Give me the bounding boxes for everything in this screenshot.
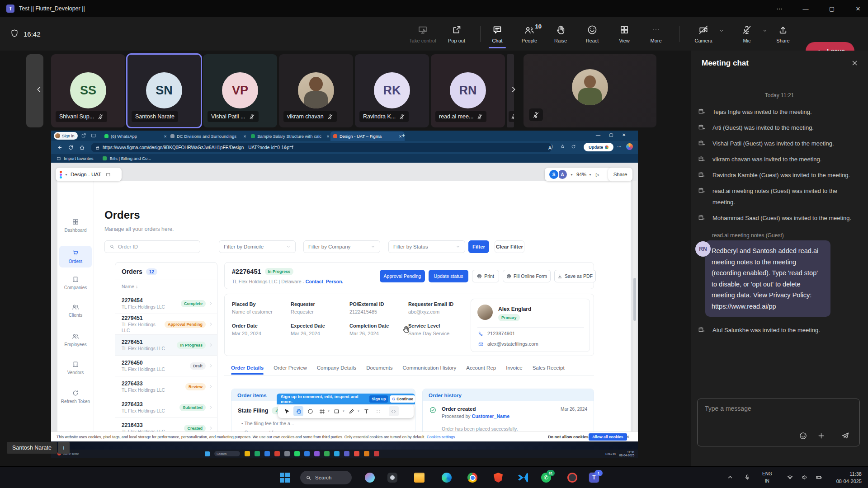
dev-mode-icon[interactable]: [389, 406, 399, 416]
clear-filter-button[interactable]: Clear Filter: [495, 240, 524, 253]
chevron-right-icon[interactable]: [208, 426, 213, 431]
read-aloud-icon[interactable]: A): [548, 144, 552, 150]
copilot-icon[interactable]: [364, 472, 375, 483]
present-icon[interactable]: ▷: [596, 172, 599, 177]
toolbar-mic-button[interactable]: Mic: [730, 17, 764, 51]
tab-account-rep[interactable]: Account Rep: [466, 365, 496, 371]
scrollbar[interactable]: [633, 181, 637, 432]
decline-cookies-button[interactable]: Do not allow cookies: [548, 435, 589, 439]
browser-menu-icon[interactable]: ⋯: [617, 144, 622, 149]
browser-account-avatar[interactable]: [626, 143, 633, 150]
fill-online-form-button[interactable]: Fill Online Form: [503, 270, 551, 282]
teams-icon[interactable]: T1: [589, 472, 599, 483]
window-more-icon[interactable]: ⋯: [770, 0, 788, 17]
mini-app-icon[interactable]: [324, 451, 330, 456]
tab-close-icon[interactable]: ✕: [326, 134, 330, 139]
app-dark-icon[interactable]: [387, 472, 398, 483]
browser-maximize-icon[interactable]: ▢: [609, 132, 613, 137]
browser-tab[interactable]: Sample Salary Structure with calc✕: [248, 131, 332, 141]
tab-invoice[interactable]: Invoice: [506, 365, 522, 371]
order-row[interactable]: 2279454TL Flex Holdings LLCComplete: [115, 293, 217, 314]
tab-order-details[interactable]: Order Details: [231, 365, 264, 371]
browser-alt-icon[interactable]: [567, 472, 578, 483]
mini-app-icon[interactable]: [314, 451, 320, 456]
brave-icon[interactable]: [493, 472, 504, 483]
order-row[interactable]: 2276451TL Flex Holdings LLCIn Progress: [115, 334, 217, 355]
vscode-icon[interactable]: [518, 472, 528, 483]
browser-profile-button[interactable]: Sign in: [54, 132, 78, 140]
mini-app-icon[interactable]: [255, 451, 260, 456]
pen-tool-icon[interactable]: [347, 406, 357, 416]
chevron-right-icon[interactable]: [208, 301, 213, 306]
chrome-icon[interactable]: [467, 472, 478, 483]
tab-actions-icon[interactable]: [91, 133, 96, 138]
sidebar-item-employees[interactable]: Employees: [59, 333, 92, 347]
attach-plus-icon[interactable]: [817, 432, 825, 440]
mini-app-icon[interactable]: [354, 451, 359, 456]
pin-add-icon[interactable]: +: [58, 442, 70, 454]
toolbar-people[interactable]: 10People: [513, 17, 546, 51]
tray-language[interactable]: ENGIN: [762, 470, 772, 485]
participant-tile[interactable]: VPVishal Patil ...: [203, 54, 277, 127]
tab-sales-receipt[interactable]: Sales Receipt: [533, 365, 565, 371]
whatsapp-icon[interactable]: ✆81: [541, 472, 552, 483]
toolbar-react[interactable]: React: [576, 17, 609, 51]
chat-message-input[interactable]: Type a message: [697, 399, 860, 446]
figma-doc-title[interactable]: Design - UAT: [71, 172, 101, 177]
list-column-header[interactable]: Name ↓: [115, 280, 217, 293]
mini-search-pill[interactable]: Search: [214, 451, 240, 456]
mini-app-icon[interactable]: [284, 451, 290, 456]
browser-close-icon[interactable]: ✕: [622, 132, 626, 137]
contact-phone[interactable]: 2123874901: [487, 331, 515, 336]
contact-email[interactable]: alex@vstatefilings.com: [487, 341, 538, 347]
toolbar-more[interactable]: More: [639, 17, 673, 51]
tab-close-icon[interactable]: ✕: [399, 134, 402, 139]
browser-tab[interactable]: Design - UAT – Figma✕: [330, 131, 405, 141]
mini-app-icon[interactable]: [304, 451, 310, 456]
chevron-right-icon[interactable]: [208, 343, 213, 347]
order-row[interactable]: 2276450TL Flex Holdings LLCDraft: [115, 355, 217, 376]
contact-person-link[interactable]: Contact_Person.: [306, 279, 343, 284]
browser-update-button[interactable]: Update: [584, 143, 613, 151]
order-row[interactable]: 2279451TL Flex Holdings LLCApproval Pend…: [115, 314, 217, 334]
save-as-pdf-button[interactable]: Save as PDF: [554, 270, 596, 282]
mini-app-icon[interactable]: [294, 451, 300, 456]
send-icon[interactable]: [841, 432, 849, 440]
chevron-down-icon[interactable]: ▼: [342, 410, 345, 413]
browser-tab[interactable]: DC Divisions and Surroundings✕: [168, 131, 249, 141]
chevron-right-icon[interactable]: [509, 85, 518, 94]
chevron-down-icon[interactable]: ▼: [65, 173, 68, 176]
participant-tile[interactable]: RKRavindra K...: [355, 54, 429, 127]
chevron-right-icon[interactable]: [208, 322, 213, 327]
toolbar-share-button[interactable]: Share: [766, 17, 800, 51]
accept-cookies-button[interactable]: Allow all cookies: [589, 433, 627, 441]
chevron-down-icon[interactable]: ▼: [570, 173, 573, 176]
order-id-search-input[interactable]: Order ID: [104, 240, 200, 253]
google-continue-button[interactable]: G Continue: [390, 395, 415, 403]
sync-icon[interactable]: [571, 144, 576, 149]
collaborator-avatar[interactable]: S: [548, 169, 559, 180]
filter-dropdown[interactable]: Filter by Company: [303, 240, 380, 253]
tray-clock[interactable]: 11:3808-04-2025: [836, 470, 862, 485]
reload-icon[interactable]: [68, 145, 74, 150]
toolbar-view[interactable]: View: [608, 17, 641, 51]
frame-tool-icon[interactable]: [317, 406, 327, 416]
move-tool-icon[interactable]: [282, 406, 292, 416]
resources-tool-icon[interactable]: [373, 406, 383, 416]
sidebar-item-refresh-token[interactable]: Refresh Token: [59, 389, 92, 404]
volume-icon[interactable]: [801, 474, 808, 481]
cookie-settings-link[interactable]: Cookies settings: [427, 435, 455, 439]
update-status-button[interactable]: Update status: [429, 270, 468, 282]
browser-minimize-icon[interactable]: —: [596, 132, 600, 137]
bookmark-bills[interactable]: Bills | Billing and Co...: [109, 156, 151, 161]
address-bar[interactable]: https://www.figma.com/design/9BKQ0FOHRWa…: [91, 143, 552, 152]
toolbar-raise[interactable]: Raise: [544, 17, 577, 51]
text-tool-icon[interactable]: [362, 406, 372, 416]
tab-close-icon[interactable]: ✕: [164, 134, 167, 139]
workspaces-icon[interactable]: [81, 133, 86, 138]
emoji-icon[interactable]: [799, 432, 807, 440]
sidebar-item-dashboard[interactable]: Dashboard: [59, 218, 92, 233]
chevron-down-icon[interactable]: [719, 28, 724, 33]
close-icon[interactable]: ✕: [626, 435, 630, 439]
toolbar-chat[interactable]: Chat: [481, 17, 514, 51]
